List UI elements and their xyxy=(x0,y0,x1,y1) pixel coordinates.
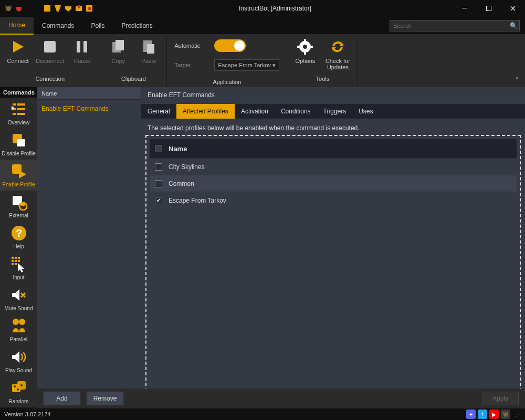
nav-random[interactable]: Random xyxy=(0,376,37,407)
enable-profile-icon xyxy=(10,163,27,180)
input-icon xyxy=(10,256,27,272)
svg-rect-6 xyxy=(487,6,491,11)
target-select[interactable]: Escape From Tarkov ▾ xyxy=(214,59,279,71)
svg-rect-34 xyxy=(12,257,14,259)
minimize-button[interactable] xyxy=(453,0,477,17)
nav-external[interactable]: External xyxy=(0,191,37,222)
command-list-panel: Name Enable EFT Commands xyxy=(37,87,141,407)
automatic-label: Automatic xyxy=(174,43,206,49)
ribbon-group-clipboard: Copy Paste Clipboard xyxy=(100,35,167,87)
nav-parallel[interactable]: Parallel xyxy=(0,314,37,345)
nav-disable-profile[interactable]: Disable Profile xyxy=(0,129,37,160)
resize-grip[interactable]: ⋰ xyxy=(516,412,521,417)
subtab-triggers[interactable]: Triggers xyxy=(317,104,353,119)
tool-icon-1 xyxy=(43,4,51,13)
connect-button[interactable]: Connect xyxy=(5,38,30,64)
nav-playsound-label: Play Sound xyxy=(5,368,32,373)
maximize-button[interactable] xyxy=(477,0,501,17)
check-updates-button[interactable]: Check for Updates xyxy=(323,38,352,70)
svg-rect-17 xyxy=(304,51,306,55)
options-button[interactable]: Options xyxy=(292,38,318,64)
profiles-drop-area[interactable]: Name City Skylines Common Escape From Ta… xyxy=(145,135,521,396)
nav-overview[interactable]: Overview xyxy=(0,98,37,129)
profiles-table: Name City Skylines Common Escape From Ta… xyxy=(150,139,517,208)
row-label: Escape From Tarkov xyxy=(169,197,226,204)
nav-enable-profile[interactable]: Enable Profile xyxy=(0,160,37,191)
version-text: Version 3.07.2174 xyxy=(4,411,51,417)
table-row[interactable]: Common xyxy=(150,175,517,192)
svg-rect-27 xyxy=(17,139,25,146)
plug-icon xyxy=(15,4,23,13)
subtab-activation[interactable]: Activation xyxy=(235,104,275,119)
svg-rect-8 xyxy=(77,41,80,52)
nav-help[interactable]: ? Help xyxy=(0,222,37,253)
svg-text:?: ? xyxy=(15,227,22,239)
svg-rect-36 xyxy=(18,257,20,259)
svg-rect-11 xyxy=(116,40,124,50)
add-button[interactable]: Add xyxy=(44,392,80,405)
svg-point-47 xyxy=(17,388,19,391)
side-nav: Commands Overview Disable Profile Enable… xyxy=(0,87,37,407)
command-list-header[interactable]: Name xyxy=(37,87,141,100)
subtab-conditions[interactable]: Conditions xyxy=(275,104,317,119)
table-row[interactable]: Escape From Tarkov xyxy=(150,192,517,208)
ribbon-group-tools: Options Check for Updates Tools xyxy=(287,35,358,87)
copy-button[interactable]: Copy xyxy=(106,38,131,64)
svg-rect-25 xyxy=(17,113,25,115)
updates-label: Check for Updates xyxy=(323,58,352,70)
target-label: Target xyxy=(174,62,206,68)
main-tabstrip: Home Commands Polls Predictions 🔍 xyxy=(0,17,525,35)
nav-help-label: Help xyxy=(13,244,24,249)
disconnect-button[interactable]: Disconnect xyxy=(36,38,64,64)
tab-commands[interactable]: Commands xyxy=(34,17,82,35)
subtab-affected-profiles[interactable]: Affected Profiles xyxy=(176,104,235,119)
disconnect-label: Disconnect xyxy=(36,58,64,64)
ribbon-collapse-button[interactable]: ˄ xyxy=(512,76,522,85)
command-item[interactable]: Enable EFT Commands xyxy=(37,100,141,118)
select-all-checkbox[interactable] xyxy=(155,145,162,152)
nav-parallel-label: Parallel xyxy=(10,337,27,342)
column-name[interactable]: Name xyxy=(169,145,187,153)
pause-button[interactable]: Pause xyxy=(69,38,94,64)
app-demon-icon xyxy=(4,4,13,13)
row-checkbox[interactable] xyxy=(155,163,162,171)
discord-icon[interactable]: ✦ xyxy=(466,410,476,419)
automatic-toggle[interactable] xyxy=(214,39,246,52)
remove-button[interactable]: Remove xyxy=(87,392,123,405)
youtube-icon[interactable]: ▶ xyxy=(489,410,499,419)
row-label: City Skylines xyxy=(169,163,205,171)
connect-label: Connect xyxy=(7,58,29,64)
search-box[interactable]: 🔍 xyxy=(390,20,520,32)
table-row[interactable]: City Skylines xyxy=(150,158,517,175)
svg-point-46 xyxy=(14,385,16,387)
svg-point-42 xyxy=(13,319,19,325)
svg-rect-0 xyxy=(44,5,50,12)
search-input[interactable] xyxy=(390,23,508,29)
row-checkbox[interactable] xyxy=(155,180,162,187)
content-title: Enable EFT Commands xyxy=(141,87,525,104)
apply-button[interactable]: Apply xyxy=(482,392,519,405)
paste-button[interactable]: Paste xyxy=(136,38,161,64)
sidenav-title: Commands xyxy=(0,87,37,98)
row-checkbox[interactable] xyxy=(155,197,162,204)
nav-mute-sound[interactable]: Mute Sound xyxy=(0,284,37,314)
svg-rect-20 xyxy=(13,103,16,106)
nav-input[interactable]: Input xyxy=(0,253,37,284)
svg-rect-39 xyxy=(18,260,20,262)
chevron-down-icon: ▾ xyxy=(272,62,276,69)
tab-predictions[interactable]: Predictions xyxy=(113,17,161,35)
close-button[interactable] xyxy=(501,0,525,17)
twitter-icon[interactable]: t xyxy=(478,410,487,419)
svg-rect-5 xyxy=(462,8,467,8)
table-header: Name xyxy=(150,139,517,158)
paste-label: Paste xyxy=(141,58,156,64)
ribbon-group-connection: Connect Disconnect Pause Connection xyxy=(0,35,100,87)
subtab-general[interactable]: General xyxy=(141,104,176,119)
subtab-uses[interactable]: Uses xyxy=(352,104,379,119)
tab-home[interactable]: Home xyxy=(0,17,34,35)
play-sound-icon xyxy=(10,349,27,365)
tab-polls[interactable]: Polls xyxy=(82,17,113,35)
brand-icon[interactable] xyxy=(501,410,510,419)
nav-play-sound[interactable]: Play Sound xyxy=(0,345,37,376)
command-list-footer: Add Remove xyxy=(37,388,141,408)
